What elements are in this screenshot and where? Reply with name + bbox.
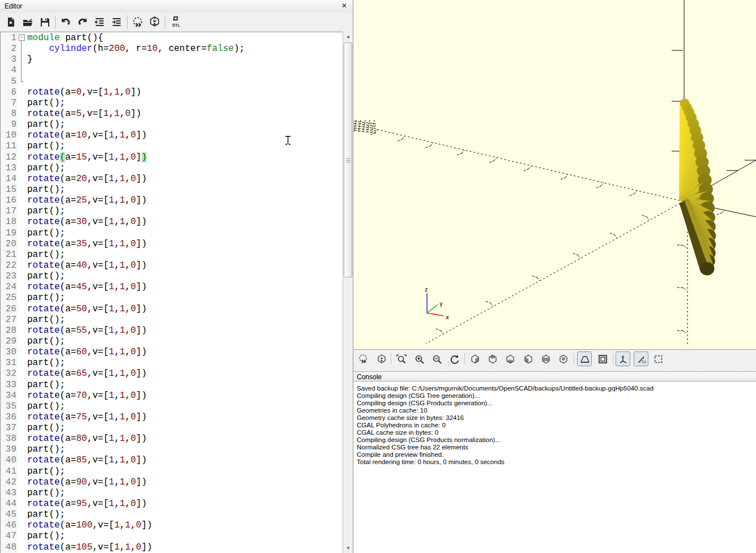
scrollbar-thumb[interactable] [344, 42, 352, 277]
code-line[interactable]: 42rotate(a=90,v=[1,1,0]) [1, 477, 343, 488]
code-line[interactable]: 41part(); [1, 466, 343, 477]
code-line[interactable]: 10rotate(a=10,v=[1,1,0]) [1, 130, 343, 141]
code-line[interactable]: 38rotate(a=80,v=[1,1,0]) [1, 434, 343, 444]
reset-view-icon [449, 354, 460, 365]
code-text: part(); [26, 401, 65, 411]
code-line[interactable]: 19part(); [1, 228, 343, 239]
code-line[interactable]: 47part(); [1, 531, 343, 542]
toolbar-separator [613, 353, 613, 365]
3d-viewport[interactable]: zyx [353, 0, 756, 349]
zoom-out-button[interactable] [429, 351, 444, 366]
open-button[interactable] [19, 14, 36, 30]
code-line[interactable]: 31part(); [1, 358, 343, 368]
fold-margin [18, 488, 26, 499]
code-text: part(); [26, 509, 65, 520]
redo-button[interactable] [74, 14, 91, 30]
code-text: rotate(a=45,v=[1,1,0]) [26, 282, 147, 292]
zoom-in-button[interactable] [412, 351, 426, 366]
code-line[interactable]: 15part(); [1, 185, 343, 195]
preview-button[interactable] [356, 351, 370, 366]
editor-title: Editor [5, 2, 22, 10]
render-button[interactable] [146, 14, 163, 30]
scrollbar-up-icon[interactable]: ▲ [344, 32, 353, 41]
code-line[interactable]: 24rotate(a=45,v=[1,1,0]) [1, 282, 343, 293]
code-line[interactable]: 26rotate(a=50,v=[1,1,0]) [1, 304, 343, 315]
code-line[interactable]: 11part(); [1, 141, 343, 152]
view-front-button[interactable] [538, 351, 553, 366]
code-line[interactable]: 27part(); [1, 315, 343, 325]
show-crosshairs-button[interactable] [651, 351, 665, 366]
code-line[interactable]: 30rotate(a=60,v=[1,1,0]) [1, 347, 343, 358]
reset-view-button[interactable] [447, 351, 462, 366]
code-editor[interactable]: 1−module part(){2 cylinder(h=200, r=10, … [0, 32, 343, 553]
line-number: 12 [1, 152, 18, 163]
scrollbar-down-icon[interactable]: ▼ [344, 544, 353, 553]
code-line[interactable]: 4 [1, 65, 343, 76]
code-line[interactable]: 28rotate(a=55,v=[1,1,0]) [1, 325, 343, 336]
code-line[interactable]: 44rotate(a=95,v=[1,1,0]) [1, 499, 343, 509]
fold-margin [18, 98, 26, 109]
code-line[interactable]: 20rotate(a=35,v=[1,1,0]) [1, 239, 343, 250]
view-bottom-button[interactable] [502, 351, 517, 366]
code-line[interactable]: 29part(); [1, 336, 343, 347]
fold-marker-icon[interactable]: − [19, 35, 25, 41]
view-back-button[interactable] [556, 351, 570, 366]
code-line[interactable]: 43part(); [1, 488, 343, 499]
code-line[interactable]: 8rotate(a=5,v=[1,1,0]) [1, 109, 343, 119]
close-icon[interactable]: ✕ [340, 2, 348, 10]
code-text: rotate(a=70,v=[1,1,0]) [26, 391, 147, 401]
export-stl-button[interactable]: STL [167, 14, 184, 30]
indent-button[interactable] [108, 14, 125, 30]
code-line[interactable]: 34rotate(a=70,v=[1,1,0]) [1, 391, 343, 401]
preview-button[interactable] [129, 14, 146, 30]
render-button[interactable] [374, 351, 388, 366]
view-top-button[interactable] [485, 351, 499, 366]
editor-scrollbar[interactable]: ▲ ▼ [343, 32, 353, 553]
show-axes-button[interactable] [616, 351, 630, 366]
fold-margin [18, 239, 26, 250]
code-line[interactable]: 13part(); [1, 163, 343, 174]
view-left-button[interactable] [520, 351, 535, 366]
code-line[interactable]: 17part(); [1, 206, 343, 217]
save-button[interactable] [36, 14, 53, 30]
code-line[interactable]: 7part(); [1, 98, 343, 109]
code-line[interactable]: 5 [1, 76, 343, 87]
line-number: 37 [1, 423, 18, 434]
code-line[interactable]: 23part(); [1, 271, 343, 282]
code-text: rotate(a=40,v=[1,1,0]) [26, 260, 147, 271]
perspective-button[interactable] [577, 351, 592, 366]
code-line[interactable]: 18rotate(a=30,v=[1,1,0]) [1, 217, 343, 228]
show-scale-markers-button[interactable]: 10 [634, 351, 648, 366]
code-line[interactable]: 1−module part(){ [1, 33, 343, 44]
code-line[interactable]: 22rotate(a=40,v=[1,1,0]) [1, 260, 343, 271]
unindent-button[interactable] [91, 14, 108, 30]
code-line[interactable]: 6rotate(a=0,v=[1,1,0]) [1, 87, 343, 98]
code-line[interactable]: 48rotate(a=105,v=[1,1,0]) [1, 542, 343, 553]
code-line[interactable]: 45part(); [1, 509, 343, 520]
zoom-all-button[interactable] [394, 351, 408, 366]
code-text: rotate(a=0,v=[1,1,0]) [26, 87, 142, 97]
code-line[interactable]: 9part(); [1, 119, 343, 130]
code-line[interactable]: 14rotate(a=20,v=[1,1,0]) [1, 174, 343, 185]
console-log[interactable]: Saved backup file: C:/Users/mgurnik/Docu… [353, 381, 756, 553]
code-line[interactable]: 16rotate(a=25,v=[1,1,0]) [1, 195, 343, 206]
view-right-button[interactable] [467, 351, 482, 366]
console-line: Saved backup file: C:/Users/mgurnik/Docu… [357, 385, 756, 392]
code-line[interactable]: 12rotate(a=15,v=[1,1,0]) [1, 152, 343, 163]
code-line[interactable]: 40rotate(a=85,v=[1,1,0]) [1, 455, 343, 466]
code-line[interactable]: 35part(); [1, 401, 343, 412]
fold-margin [18, 141, 26, 152]
undo-button[interactable] [57, 14, 74, 30]
code-line[interactable]: 39part(); [1, 444, 343, 455]
code-line[interactable]: 3} [1, 54, 343, 65]
code-line[interactable]: 36rotate(a=75,v=[1,1,0]) [1, 412, 343, 423]
orthogonal-button[interactable] [595, 351, 610, 366]
code-line[interactable]: 21part(); [1, 250, 343, 260]
code-line[interactable]: 33part(); [1, 380, 343, 391]
code-line[interactable]: 25part(); [1, 293, 343, 303]
code-line[interactable]: 46rotate(a=100,v=[1,1,0]) [1, 520, 343, 531]
code-line[interactable]: 37part(); [1, 423, 343, 434]
new-file-button[interactable] [2, 14, 19, 30]
code-line[interactable]: 32rotate(a=65,v=[1,1,0]) [1, 368, 343, 379]
code-line[interactable]: 2 cylinder(h=200, r=10, center=false); [1, 44, 343, 54]
